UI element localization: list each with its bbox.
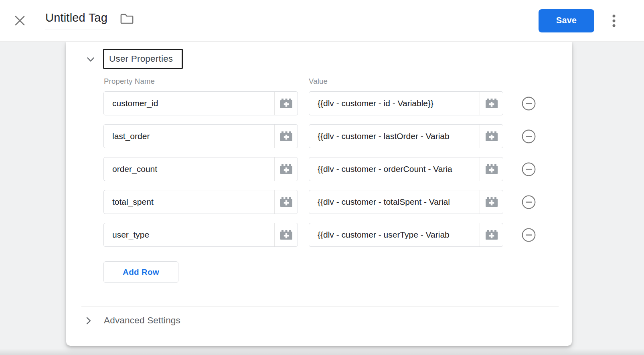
tag-title-field[interactable]: Untitled Tag — [45, 11, 110, 30]
property-value-field — [309, 190, 503, 214]
table-row — [103, 124, 536, 148]
variable-picker-button[interactable] — [480, 190, 503, 214]
property-name-input[interactable] — [104, 157, 274, 181]
property-name-field — [103, 223, 298, 247]
property-value-field — [309, 157, 503, 181]
tag-configuration-card: User Properties Property Name Value — [66, 42, 572, 346]
variable-picker-button[interactable] — [274, 190, 298, 214]
variable-lego-plus-icon — [486, 230, 498, 240]
save-button[interactable]: Save — [539, 9, 594, 32]
kebab-menu-icon — [612, 14, 616, 28]
property-value-input[interactable] — [309, 125, 480, 148]
property-name-input[interactable] — [104, 190, 274, 214]
table-row — [103, 190, 536, 214]
minus-circle-icon — [521, 162, 536, 177]
advanced-settings-toggle[interactable]: Advanced Settings — [86, 313, 180, 328]
page-title: Untitled Tag — [45, 11, 107, 24]
remove-row-button[interactable] — [521, 194, 536, 210]
variable-lego-plus-icon — [280, 230, 292, 240]
property-rows — [103, 91, 536, 256]
property-name-field — [103, 157, 298, 181]
variable-lego-plus-icon — [280, 131, 292, 141]
minus-circle-icon — [521, 129, 536, 144]
close-icon — [14, 15, 26, 26]
main-background: User Properties Property Name Value — [0, 42, 644, 355]
section-divider — [81, 307, 559, 307]
more-options-button[interactable] — [610, 12, 618, 29]
table-row — [103, 91, 536, 115]
variable-lego-plus-icon — [486, 131, 498, 141]
remove-row-button[interactable] — [521, 96, 536, 111]
variable-picker-button[interactable] — [274, 92, 298, 115]
variable-picker-button[interactable] — [274, 125, 298, 148]
property-name-input[interactable] — [104, 92, 274, 115]
variable-picker-button[interactable] — [274, 223, 298, 246]
variable-picker-button[interactable] — [480, 92, 503, 115]
property-value-input[interactable] — [309, 190, 480, 214]
variable-picker-button[interactable] — [480, 125, 503, 148]
property-value-field — [309, 124, 503, 148]
property-name-field — [103, 91, 298, 115]
variable-picker-button[interactable] — [480, 223, 503, 246]
section-title: User Properties — [109, 54, 173, 64]
minus-circle-icon — [521, 195, 536, 210]
property-value-input[interactable] — [309, 92, 480, 115]
minus-circle-icon — [521, 228, 536, 242]
table-row — [103, 157, 536, 181]
remove-row-button[interactable] — [521, 161, 536, 177]
variable-lego-plus-icon — [280, 99, 292, 108]
folder-button[interactable] — [120, 13, 134, 24]
minus-circle-icon — [521, 96, 536, 111]
remove-row-button[interactable] — [521, 129, 536, 144]
variable-lego-plus-icon — [280, 197, 292, 207]
property-value-input[interactable] — [309, 157, 480, 181]
property-name-input[interactable] — [104, 223, 274, 246]
variable-lego-plus-icon — [486, 99, 498, 108]
variable-picker-button[interactable] — [480, 157, 503, 181]
top-bar: Untitled Tag Save — [0, 0, 644, 42]
property-name-field — [103, 124, 298, 148]
remove-row-button[interactable] — [521, 227, 536, 242]
user-properties-focus-box: User Properties — [103, 49, 183, 69]
property-name-field — [103, 190, 298, 214]
add-row-button[interactable]: Add Row — [103, 261, 178, 283]
variable-lego-plus-icon — [486, 164, 498, 174]
property-value-field — [309, 223, 503, 247]
bottom-shade — [0, 349, 644, 355]
folder-icon — [120, 13, 134, 24]
property-value-field — [309, 91, 503, 115]
variable-lego-plus-icon — [280, 164, 292, 174]
advanced-settings-label: Advanced Settings — [104, 315, 180, 326]
close-button[interactable] — [14, 15, 26, 27]
table-row — [103, 223, 536, 247]
variable-lego-plus-icon — [486, 197, 498, 207]
property-value-input[interactable] — [309, 223, 480, 246]
column-header-property-name: Property Name — [104, 77, 155, 86]
user-properties-section-toggle[interactable]: User Properties — [87, 49, 183, 69]
column-header-value: Value — [309, 77, 328, 86]
variable-picker-button[interactable] — [274, 157, 298, 181]
chevron-down-icon — [87, 57, 94, 62]
chevron-right-icon — [86, 317, 91, 325]
property-name-input[interactable] — [104, 125, 274, 148]
